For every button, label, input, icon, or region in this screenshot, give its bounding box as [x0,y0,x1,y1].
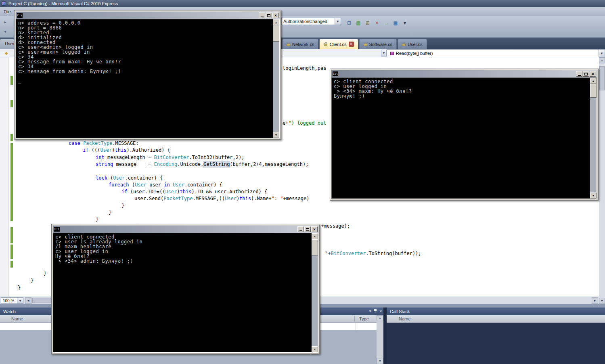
image-icon[interactable]: ▣ [391,19,400,27]
scroll-up-icon[interactable]: ▲ [599,57,605,63]
editor-indicator-margin [0,57,9,297]
console-scrollbar[interactable]: ▲▼ [273,19,279,138]
close-icon[interactable]: × [379,309,382,314]
console-scrollbar[interactable]: ▲▼ [590,78,597,199]
watch-scrollbar[interactable]: ▲ ▼ [377,315,383,364]
chevron-down-icon[interactable]: ▼ [335,18,341,25]
scroll-right-icon[interactable]: ▶ [592,297,598,304]
column-separator[interactable] [354,316,355,322]
minimize-button[interactable] [576,71,582,77]
lock-icon [324,44,327,46]
console-output[interactable]: c> client connectedc> user logged in > <… [331,77,597,199]
scroll-up-icon[interactable]: ▲ [377,315,383,321]
column-type[interactable]: Type [359,316,369,321]
minimize-icon [578,75,581,76]
console-scrollbar[interactable]: ▲▼ [312,233,318,352]
scroll-up-icon[interactable]: ▲ [590,78,597,84]
tab-close-icon[interactable]: × [349,42,354,47]
server-console[interactable]: C:\×n> address = 0.0.0.0n> port = 8888n>… [14,10,281,140]
tab-label: Software.cs [369,42,392,47]
toolbar-left-icon-1[interactable]: ▸ [2,19,9,25]
panel-gap [383,308,387,364]
scroll-up-icon[interactable]: ▲ [312,233,318,239]
callstack-panel-header[interactable]: Call Stack [387,308,605,315]
chevron-down-icon[interactable]: ▼ [599,50,605,57]
maximize-button[interactable] [266,13,272,18]
pin-icon[interactable] [373,309,377,314]
minimize-icon [299,230,302,231]
zoom-control[interactable]: 100 % ▼ [1,297,23,304]
scroll-down-icon[interactable]: ▼ [590,192,597,199]
scroll-down-icon[interactable]: ▼ [599,298,605,304]
lock-icon [402,44,406,46]
console-text: n> address = 0.0.0.0n> port = 8888n> sta… [18,21,271,84]
window-title: Project C (Running) - Microsoft Visual C… [8,1,118,6]
scroll-down-icon[interactable]: ▼ [377,358,383,364]
column-name[interactable]: Name [11,316,23,321]
toolbar-icons: ⊡▤⊞×→▣▾ [345,19,409,27]
minimize-button[interactable] [297,226,304,232]
console-line: > <34> maxm: Ну чё бля!? [334,89,588,94]
menu-file[interactable]: File [0,8,15,16]
window-icon[interactable]: ⊡ [345,19,353,27]
scroll-down-icon[interactable]: ▼ [312,346,318,352]
console-line: c> user logged in [55,249,310,254]
close-button[interactable]: × [590,71,596,77]
console-titlebar[interactable]: C:\× [16,12,280,19]
console-titlebar[interactable]: C:\× [53,226,318,233]
tab-user-cs[interactable]: User.cs [398,39,427,49]
maximize-icon [584,73,588,75]
scroll-thumb[interactable] [273,25,279,42]
window-menu-icon[interactable]: ▾ [369,309,371,313]
tab-client-cs[interactable]: Client.cs× [319,39,358,49]
close-button[interactable]: × [311,226,318,232]
console-output[interactable]: n> address = 0.0.0.0n> port = 8888n> sta… [16,19,280,138]
maximize-button[interactable] [583,71,589,77]
console-line: d> initialized [18,35,271,40]
console-line: c> message from maxm: Ну чё бля!? [18,59,271,64]
grid-icon[interactable]: ⊞ [364,19,372,27]
toolbar-left-icon-2[interactable]: ▾ [2,28,9,35]
console-icon: C:\ [54,227,60,232]
console-line: n> port = 8888 [18,25,271,30]
console-titlebar[interactable]: C:\× [331,70,597,77]
scroll-left-icon[interactable]: ◀ [25,297,31,304]
maximize-button[interactable] [304,226,311,232]
scroll-thumb[interactable] [312,239,318,255]
close-button[interactable]: × [272,13,279,18]
toolbar-overflow-icon[interactable]: ▾ [401,19,409,27]
console-line: c> user<maxm> logged in [18,50,271,54]
minimize-button[interactable] [259,13,265,18]
designer-icon[interactable]: ▤ [354,19,362,27]
members-combo-value: Read(byte[] buffer) [396,51,433,56]
scroll-thumb[interactable] [590,84,597,98]
tab-label: User.cs [408,42,423,47]
export-icon[interactable]: → [382,19,390,27]
tab-software-cs[interactable]: Software.cs [359,39,397,49]
scroll-thumb[interactable] [599,66,605,90]
zoom-value: 100 % [1,299,16,303]
client-console-maxm[interactable]: C:\×c> client connectedc> user is alread… [51,224,320,354]
tab-user-partial[interactable]: User [0,39,14,49]
console-line [18,74,271,79]
callstack-column-header[interactable]: Name [387,315,605,323]
watch-panel-header-icons: ▾ × [369,309,382,314]
types-combo-arrow-icon[interactable]: ▼ [381,50,387,56]
scroll-down-icon[interactable]: ▼ [273,132,279,138]
client-console-admin[interactable]: C:\×c> client connectedc> user logged in… [330,69,599,201]
cut-icon[interactable]: × [373,19,381,27]
lock-icon [364,44,367,46]
members-combo[interactable]: Read(byte[] buffer) ▼ [387,49,605,57]
editor-vertical-scrollbar[interactable]: ▲ ▼ [599,57,605,304]
tab-label: Network.cs [292,42,314,47]
tab-network-cs[interactable]: Network.cs [282,39,318,49]
authorization-combo[interactable]: AuthorizationChanged ▼ [281,18,341,25]
column-name[interactable]: Name [399,316,410,321]
console-line: > <34> admin: Булчую! ;) [55,259,310,264]
chevron-down-icon[interactable]: ▼ [17,298,23,303]
app-icon[interactable] [2,1,6,6]
ide-titlebar[interactable]: Project C (Running) - Microsoft Visual C… [0,0,605,7]
callstack-panel-title: Call Stack [390,309,410,314]
console-output[interactable]: c> client connectedc> user is already lo… [53,233,318,353]
scroll-up-icon[interactable]: ▲ [273,19,279,25]
